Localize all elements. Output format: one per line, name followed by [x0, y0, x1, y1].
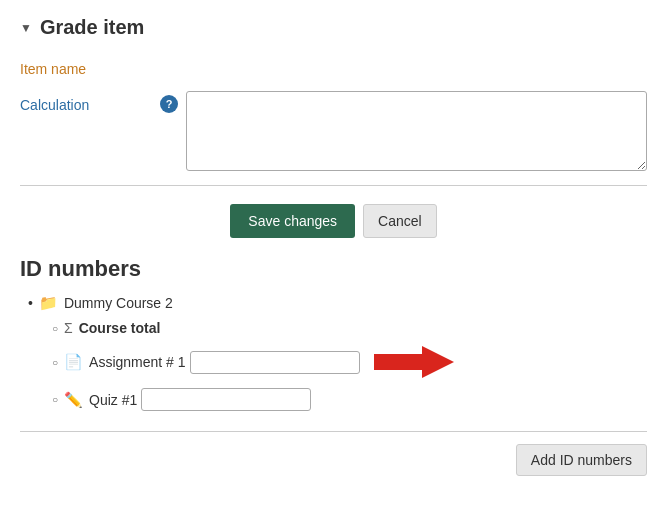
form-buttons: Save changes Cancel [20, 204, 647, 238]
list-item: ○ ✏️ Quiz #1 [52, 388, 647, 411]
assignment-id-input[interactable] [190, 351, 360, 374]
svg-marker-0 [374, 346, 454, 378]
course-total-label: Course total [79, 320, 161, 336]
item-name-group: Item name [20, 55, 647, 77]
course-name-label: Dummy Course 2 [64, 295, 173, 311]
list-item: ○ 📄 Assignment # 1 [52, 344, 647, 380]
assignment-label: Assignment # 1 [89, 354, 186, 370]
id-numbers-section: ID numbers • 📁 Dummy Course 2 ○ Σ Course… [20, 256, 647, 411]
id-numbers-list: • 📁 Dummy Course 2 ○ Σ Course total ○ 📄 … [28, 294, 647, 411]
item-name-label: Item name [20, 55, 160, 77]
page-container: ▼ Grade item Item name Calculation ? Sav… [0, 0, 667, 492]
bullet-inner: ○ [52, 323, 58, 334]
quiz-label: Quiz #1 [89, 392, 137, 408]
inner-items: ○ Σ Course total ○ 📄 Assignment # 1 [52, 320, 647, 411]
divider-1 [20, 185, 647, 186]
cancel-button[interactable]: Cancel [363, 204, 437, 238]
calculation-textarea[interactable] [186, 91, 647, 171]
help-icon[interactable]: ? [160, 95, 178, 113]
quiz-id-input[interactable] [141, 388, 311, 411]
bottom-row: Add ID numbers [20, 432, 647, 476]
assignment-icon: 📄 [64, 353, 83, 371]
red-arrow-icon [374, 344, 454, 380]
quiz-icon: ✏️ [64, 391, 83, 409]
list-item: ○ Σ Course total [52, 320, 647, 336]
grade-item-section-header: ▼ Grade item [20, 16, 647, 39]
bullet-inner-2: ○ [52, 357, 58, 368]
calculation-label: Calculation [20, 91, 160, 113]
calculation-group: Calculation ? [20, 91, 647, 171]
id-numbers-title: ID numbers [20, 256, 647, 282]
sigma-icon: Σ [64, 320, 73, 336]
grade-item-title: Grade item [40, 16, 144, 39]
save-button[interactable]: Save changes [230, 204, 355, 238]
bullet-inner-3: ○ [52, 394, 58, 405]
calculation-control: ? [160, 91, 647, 171]
folder-icon: 📁 [39, 294, 58, 312]
add-id-numbers-button[interactable]: Add ID numbers [516, 444, 647, 476]
chevron-icon[interactable]: ▼ [20, 21, 32, 35]
list-item: • 📁 Dummy Course 2 [28, 294, 647, 312]
bullet-outer: • [28, 295, 33, 311]
